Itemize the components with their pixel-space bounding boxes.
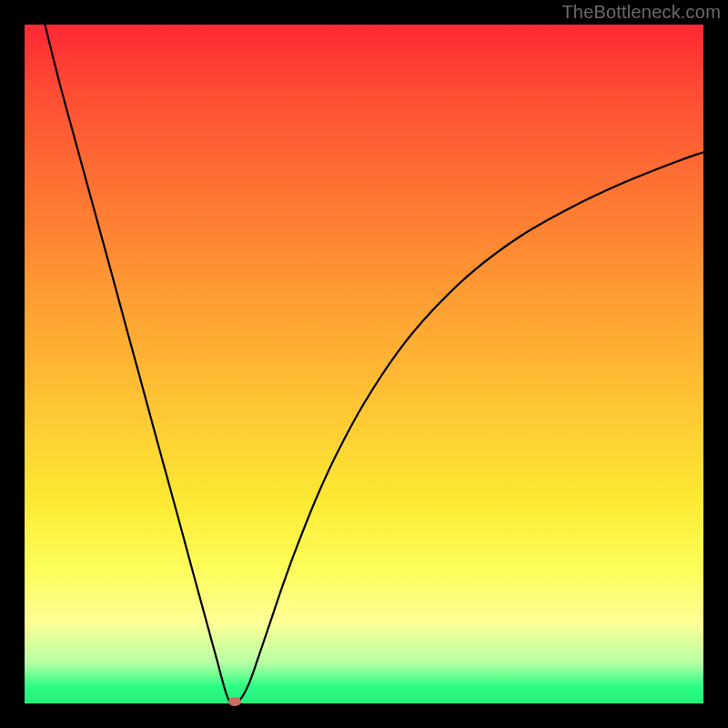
bottleneck-curve bbox=[25, 25, 703, 703]
watermark-text: TheBottleneck.com bbox=[561, 2, 721, 23]
plot-area bbox=[25, 25, 703, 703]
optimal-point-marker bbox=[228, 697, 241, 706]
chart-frame: TheBottleneck.com bbox=[0, 0, 728, 728]
